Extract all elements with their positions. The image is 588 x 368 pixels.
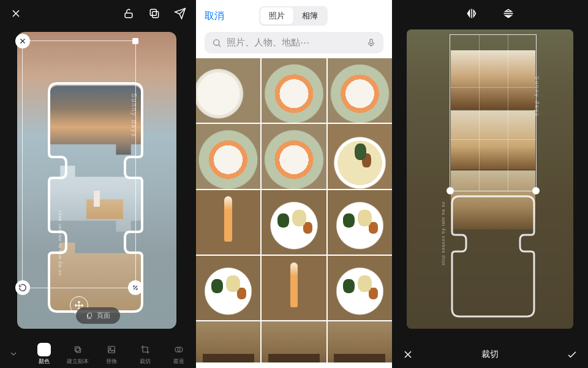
photo-thumb[interactable] bbox=[262, 124, 326, 188]
crop-icon bbox=[138, 343, 152, 356]
color-tab[interactable]: 顏色 bbox=[27, 343, 61, 366]
photo-thumb[interactable] bbox=[328, 124, 392, 188]
search-input[interactable]: 照片、人物、地點⋯ bbox=[205, 32, 383, 53]
replace-tab[interactable]: 替換 bbox=[94, 343, 128, 366]
photo-thumb[interactable] bbox=[196, 321, 260, 362]
page-chip[interactable]: 頁面 bbox=[76, 307, 120, 324]
duplicate-tab[interactable]: 建立副本 bbox=[61, 343, 94, 366]
puzzle-frame-overlay bbox=[451, 195, 535, 318]
cancel-crop-icon[interactable] bbox=[402, 348, 414, 361]
seg-photos[interactable]: 照片 bbox=[260, 7, 293, 25]
tab-label: 覆蓋 bbox=[173, 358, 184, 366]
svg-rect-5 bbox=[75, 347, 79, 351]
color-swatch-icon bbox=[37, 343, 51, 356]
send-icon[interactable] bbox=[174, 7, 186, 20]
svg-rect-1 bbox=[153, 12, 159, 18]
editor-toolbar: 顏色 建立副本 替換 裁切 覆蓋 bbox=[0, 340, 196, 368]
seg-albums[interactable]: 相簿 bbox=[293, 7, 326, 25]
copy-icon[interactable] bbox=[148, 7, 160, 20]
svg-rect-0 bbox=[125, 13, 132, 17]
photo-thumb[interactable] bbox=[328, 256, 392, 320]
photo-thumb[interactable] bbox=[328, 190, 392, 255]
crop-tab[interactable]: 裁切 bbox=[129, 343, 162, 366]
photo-thumb[interactable] bbox=[262, 190, 326, 255]
svg-rect-11 bbox=[370, 39, 372, 44]
editor-panel: on my way to warmer days Sunny days 頁面 顏… bbox=[0, 0, 196, 368]
mic-icon[interactable] bbox=[366, 38, 376, 48]
overlay-icon bbox=[172, 343, 186, 356]
photo-thumb[interactable] bbox=[328, 58, 392, 123]
crop-canvas[interactable]: Sunny days stop season by late ha so bbox=[407, 29, 573, 329]
tab-label: 顏色 bbox=[39, 358, 50, 366]
cancel-button[interactable]: 取消 bbox=[205, 10, 224, 23]
chevron-down-icon bbox=[7, 347, 20, 361]
crop-box[interactable] bbox=[450, 34, 537, 191]
canvas-caption-left: stop season by late ha so bbox=[441, 201, 445, 265]
photo-thumb[interactable] bbox=[196, 124, 260, 188]
editor-topbar bbox=[0, 0, 196, 27]
expand-tab[interactable] bbox=[0, 347, 27, 361]
svg-point-10 bbox=[214, 39, 219, 45]
crop-handle-bl[interactable] bbox=[447, 187, 454, 194]
canvas-caption-right: Sunny days bbox=[534, 76, 540, 117]
duplicate-icon bbox=[71, 343, 85, 356]
photo-grid bbox=[196, 58, 392, 362]
photo-thumb[interactable] bbox=[262, 256, 326, 320]
search-placeholder: 照片、人物、地點⋯ bbox=[227, 37, 309, 48]
unlock-icon[interactable] bbox=[123, 7, 135, 20]
flip-vertical-icon[interactable] bbox=[502, 7, 514, 20]
search-icon bbox=[212, 38, 222, 48]
photo-thumb[interactable] bbox=[328, 321, 392, 362]
photo-thumb[interactable] bbox=[196, 190, 260, 255]
page-chip-label: 頁面 bbox=[97, 311, 110, 320]
tab-label: 替換 bbox=[106, 358, 117, 366]
crop-footer: 裁切 bbox=[392, 341, 588, 368]
photo-thumb[interactable] bbox=[262, 321, 326, 362]
crop-panel: Sunny days stop season by late ha so 裁切 bbox=[392, 0, 588, 368]
delete-handle-icon[interactable] bbox=[15, 34, 30, 48]
svg-rect-6 bbox=[108, 346, 115, 353]
photo-thumb[interactable] bbox=[262, 58, 326, 123]
selection-frame[interactable] bbox=[22, 40, 136, 288]
svg-point-7 bbox=[110, 348, 111, 349]
scale-handle-icon[interactable] bbox=[128, 280, 143, 295]
photo-picker-sheet: 取消 照片 相簿 照片、人物、地點⋯ bbox=[196, 0, 392, 368]
photo-thumb[interactable] bbox=[196, 58, 260, 123]
photo-thumb[interactable] bbox=[196, 256, 260, 320]
rotate-handle-icon[interactable] bbox=[15, 280, 30, 295]
svg-rect-2 bbox=[150, 9, 156, 15]
image-icon bbox=[105, 343, 118, 356]
close-icon[interactable] bbox=[10, 7, 22, 20]
segmented-control: 照片 相簿 bbox=[259, 6, 328, 26]
svg-rect-3 bbox=[88, 313, 92, 317]
flip-horizontal-icon[interactable] bbox=[466, 7, 478, 20]
confirm-crop-icon[interactable] bbox=[566, 348, 578, 361]
resize-handle-tr[interactable] bbox=[132, 38, 138, 44]
svg-rect-4 bbox=[76, 348, 80, 352]
crop-title: 裁切 bbox=[481, 349, 499, 360]
tab-label: 建立副本 bbox=[67, 358, 89, 366]
crop-topbar bbox=[392, 0, 588, 27]
crop-handle-br[interactable] bbox=[532, 187, 540, 194]
tab-label: 裁切 bbox=[140, 358, 151, 366]
overlay-tab[interactable]: 覆蓋 bbox=[162, 343, 196, 366]
